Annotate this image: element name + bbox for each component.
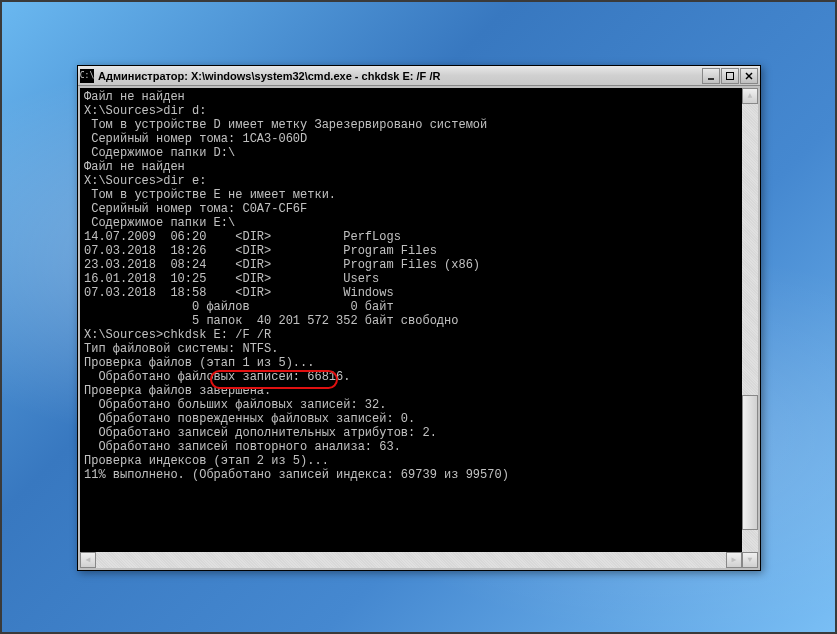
scroll-track-h[interactable] <box>96 552 726 568</box>
cmd-frame: Файл не найденX:\Sources>dir d: Том в ус… <box>78 86 760 570</box>
scrollbar-horizontal[interactable]: ◀ ▶ <box>80 552 742 568</box>
terminal-line: Проверка файлов (этап 1 из 5)... <box>84 356 738 370</box>
scroll-thumb-v[interactable] <box>742 395 758 529</box>
cmd-icon: C:\ <box>80 69 94 83</box>
terminal-line: Том в устройстве D имеет метку Зарезерви… <box>84 118 738 132</box>
cmd-window: C:\ Администратор: X:\windows\system32\c… <box>77 65 761 571</box>
terminal-line: Файл не найден <box>84 90 738 104</box>
terminal-line: Серийный номер тома: 1CA3-060D <box>84 132 738 146</box>
terminal-line: Обработано файловых записей: 66816. <box>84 370 738 384</box>
terminal-line: Обработано поврежденных файловых записей… <box>84 412 738 426</box>
terminal-line: Тип файловой системы: NTFS. <box>84 342 738 356</box>
scroll-up-button[interactable]: ▲ <box>742 88 758 104</box>
window-title: Администратор: X:\windows\system32\cmd.e… <box>98 70 702 82</box>
terminal-line: Обработано записей повторного анализа: 6… <box>84 440 738 454</box>
terminal-output[interactable]: Файл не найденX:\Sources>dir d: Том в ус… <box>80 88 758 568</box>
terminal-line: Файл не найден <box>84 160 738 174</box>
terminal-line: Содержимое папки D:\ <box>84 146 738 160</box>
terminal-line: 16.01.2018 10:25 <DIR> Users <box>84 272 738 286</box>
terminal-line: Серийный номер тома: C0A7-CF6F <box>84 202 738 216</box>
terminal-line: Проверка индексов (этап 2 из 5)... <box>84 454 738 468</box>
terminal-line: Том в устройстве E не имеет метки. <box>84 188 738 202</box>
maximize-button[interactable] <box>721 68 739 84</box>
scrollbar-vertical[interactable]: ▲ ▼ <box>742 88 758 568</box>
terminal-line: Проверка файлов завершена. <box>84 384 738 398</box>
scroll-track-v[interactable] <box>742 104 758 552</box>
titlebar[interactable]: C:\ Администратор: X:\windows\system32\c… <box>78 66 760 86</box>
terminal-line: Обработано записей дополнительных атрибу… <box>84 426 738 440</box>
svg-rect-1 <box>727 72 734 79</box>
terminal-line: 11% выполнено. (Обработано записей индек… <box>84 468 738 482</box>
terminal-line: 5 папок 40 201 572 352 байт свободно <box>84 314 738 328</box>
terminal-line: 14.07.2009 06:20 <DIR> PerfLogs <box>84 230 738 244</box>
terminal-line: X:\Sources>dir d: <box>84 104 738 118</box>
terminal-line: 23.03.2018 08:24 <DIR> Program Files (x8… <box>84 258 738 272</box>
terminal-line: X:\Sources>chkdsk E: /F /R <box>84 328 738 342</box>
terminal-line: 0 файлов 0 байт <box>84 300 738 314</box>
terminal-line: Содержимое папки E:\ <box>84 216 738 230</box>
scroll-down-button[interactable]: ▼ <box>742 552 758 568</box>
terminal-line: Обработано больших файловых записей: 32. <box>84 398 738 412</box>
close-button[interactable] <box>740 68 758 84</box>
scroll-left-button[interactable]: ◀ <box>80 552 96 568</box>
terminal-line: 07.03.2018 18:26 <DIR> Program Files <box>84 244 738 258</box>
terminal-line: X:\Sources>dir e: <box>84 174 738 188</box>
scroll-right-button[interactable]: ▶ <box>726 552 742 568</box>
minimize-button[interactable] <box>702 68 720 84</box>
terminal-line: 07.03.2018 18:58 <DIR> Windows <box>84 286 738 300</box>
window-controls <box>702 68 758 84</box>
